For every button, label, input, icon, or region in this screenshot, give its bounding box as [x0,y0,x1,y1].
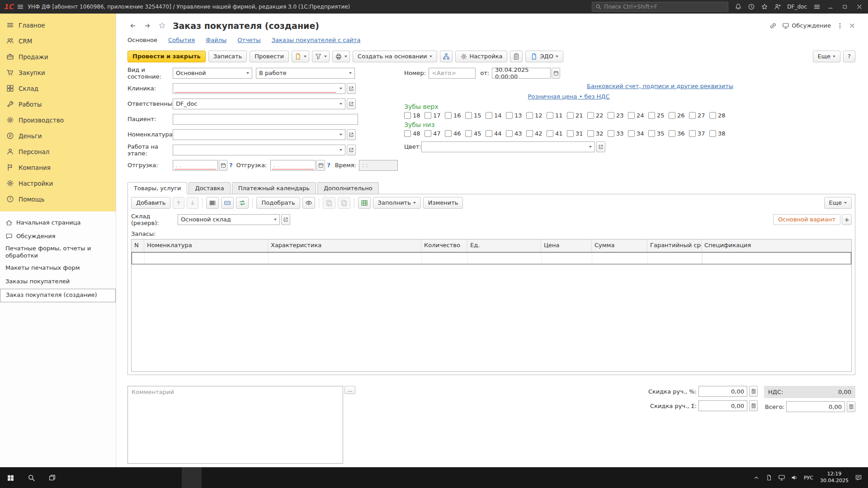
taskbar-app-telegram[interactable] [122,467,142,488]
tab-events[interactable]: События [168,37,195,43]
dropdown-zone[interactable] [346,68,354,78]
dropdown-zone[interactable] [337,84,345,94]
sidebar-item-discussions[interactable]: Обсуждения [0,230,116,243]
shipment2-help-mark[interactable]: ? [325,162,332,169]
language-indicator[interactable]: РУС [801,475,816,481]
taskbar-app-explorer[interactable] [102,467,122,488]
barcode-button[interactable] [206,197,219,209]
dropdown-zone[interactable] [586,142,594,152]
stage-combo[interactable] [173,145,345,155]
tab-main[interactable]: Основное [127,37,157,43]
tab-files[interactable]: Файлы [206,37,226,43]
checkbox[interactable] [404,130,411,137]
checkbox[interactable] [628,130,635,137]
tooth-checkbox-32[interactable]: 32 [587,130,608,137]
nomenclature-open-button[interactable] [347,129,356,140]
create-document-button[interactable] [292,51,309,62]
checkbox[interactable] [547,130,553,137]
more-button[interactable]: Еще [813,51,840,62]
tray-doc-button[interactable] [763,467,775,488]
close-form-button[interactable] [849,23,855,29]
tooth-checkbox-14[interactable]: 14 [486,112,506,119]
close-window-button[interactable] [853,1,866,13]
sidebar-item-main[interactable]: Главное [0,17,116,33]
checkbox[interactable] [567,130,574,137]
move-up-button[interactable] [173,197,184,209]
warehouse-open-button[interactable] [281,214,290,225]
table-row[interactable] [132,252,851,264]
grid-more-button[interactable]: Еще [824,197,852,209]
tab-site-orders[interactable]: Заказы покупателей с сайта [272,37,361,43]
clinic-open-button[interactable] [347,83,356,94]
tooth-checkbox-27[interactable]: 27 [689,112,709,119]
discount-sum-calc-button[interactable] [749,400,758,411]
checkbox[interactable] [526,130,533,137]
taskbar-clock[interactable]: 12:19 30.04.2025 [816,471,852,484]
sidebar-item-sales[interactable]: Продажи [0,49,116,65]
tooth-checkbox-48[interactable]: 48 [404,130,425,137]
table-cell[interactable] [592,253,648,264]
sidebar-item-help[interactable]: Помощь [0,191,116,207]
scanner-button[interactable] [221,197,234,209]
taskbar-app-wnd[interactable]: Wnd [62,467,82,488]
table-cell[interactable] [422,253,468,264]
volume-button[interactable] [788,467,801,488]
order-state-combo[interactable]: В работе [256,68,355,79]
tooth-checkbox-12[interactable]: 12 [526,112,547,119]
tooth-checkbox-23[interactable]: 23 [608,112,628,119]
filter-button[interactable] [312,51,330,62]
back-button[interactable] [127,20,138,31]
move-down-button[interactable] [187,197,198,209]
get-link-button[interactable] [769,22,777,29]
discount-sum-field[interactable]: 0,00 [698,400,747,411]
column-header[interactable]: Количество [421,239,467,252]
tooth-checkbox-33[interactable]: 33 [608,130,628,137]
color-combo[interactable] [421,141,595,152]
paste-rows-button[interactable] [338,197,350,209]
dropdown-zone[interactable] [271,215,279,225]
clinic-combo[interactable] [173,83,345,94]
tooth-checkbox-41[interactable]: 41 [547,130,567,137]
patient-input[interactable] [173,114,358,125]
dropdown-zone[interactable] [337,145,345,155]
maximize-button[interactable] [838,1,852,13]
responsible-open-button[interactable] [347,99,356,109]
minimize-button[interactable] [824,1,837,13]
checkbox[interactable] [486,130,492,137]
checkbox[interactable] [628,112,635,119]
taskbar-app-blue1[interactable] [142,467,162,488]
sidebar-item-home[interactable]: Начальная страница [0,216,116,230]
tooth-checkbox-13[interactable]: 13 [506,112,526,119]
tooth-checkbox-21[interactable]: 21 [567,112,587,119]
help-button[interactable]: ? [843,51,855,62]
taskbar-app-1c[interactable]: 1С [182,467,202,488]
shipment-date-field[interactable]: . . [173,160,218,171]
view-button[interactable] [302,197,315,209]
checkbox[interactable] [689,112,696,119]
sidebar-item-company[interactable]: Компания [0,160,116,175]
checkbox[interactable] [506,112,513,119]
forward-button[interactable] [142,20,153,31]
checkbox[interactable] [587,112,594,119]
task-view-button[interactable] [42,467,62,488]
color-open-button[interactable] [596,141,605,152]
total-calc-button[interactable] [847,401,855,412]
warehouse-combo[interactable]: Основной склад [178,214,280,225]
search-input[interactable] [604,4,725,10]
favorite-star-button[interactable] [156,20,167,31]
more-menu-button[interactable] [836,22,844,29]
discount-pct-calc-button[interactable] [749,386,758,397]
table-cell[interactable] [132,253,145,264]
shipment2-date-field[interactable]: . . [270,160,316,171]
table-cell[interactable] [145,253,269,264]
tray-expand-button[interactable] [750,467,763,488]
table-cell[interactable] [648,253,702,264]
sidebar-item-crm[interactable]: CRM [0,33,116,49]
checkbox[interactable] [465,130,472,137]
taskbar-app-chrome[interactable] [82,467,102,488]
add-row-button[interactable]: Добавить [131,197,170,209]
order-kind-combo[interactable]: Основной [173,68,252,79]
tooth-checkbox-24[interactable]: 24 [628,112,648,119]
comment-expand-button[interactable]: ... [344,386,355,394]
sidebar-item-print-forms[interactable]: Печатные формы, отчеты и обработки [0,243,116,262]
